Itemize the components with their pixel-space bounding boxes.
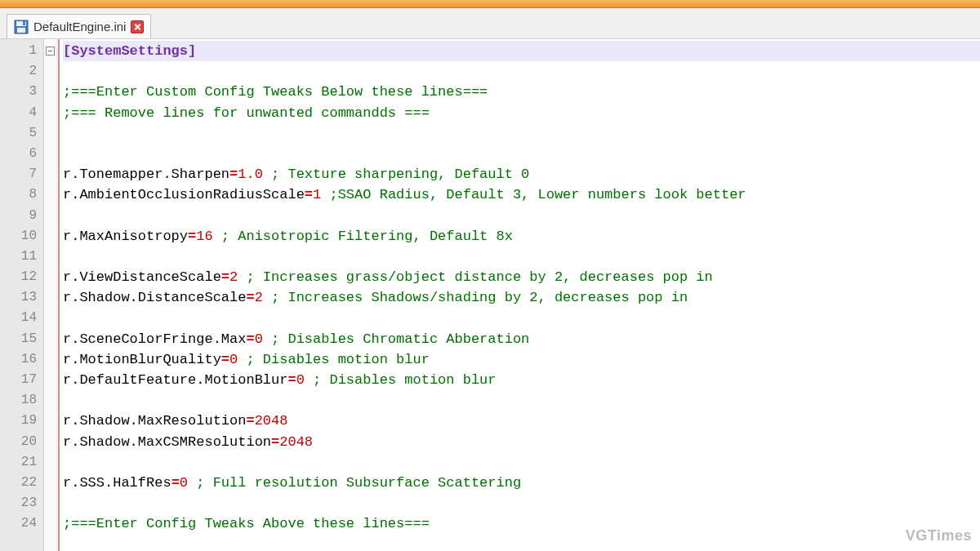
save-disk-icon <box>14 20 29 34</box>
line-number: 15 <box>0 329 43 349</box>
code-line[interactable]: r.SSS.HalfRes=0 ; Full resolution Subsur… <box>63 473 980 493</box>
close-tab-icon[interactable] <box>131 20 144 33</box>
line-number: 19 <box>0 411 43 431</box>
code-line[interactable]: r.Shadow.DistanceScale=2 ; Increases Sha… <box>63 287 980 308</box>
line-number: 22 <box>0 473 43 493</box>
fold-cell <box>44 432 56 452</box>
line-number: 7 <box>0 164 43 184</box>
file-tab[interactable]: DefaultEngine.ini <box>7 14 151 38</box>
fold-cell <box>44 206 56 226</box>
code-line[interactable] <box>63 390 980 411</box>
code-line[interactable]: ;===Enter Config Tweaks Above these line… <box>63 513 980 534</box>
fold-cell <box>44 103 56 123</box>
fold-cell <box>44 61 56 82</box>
code-line[interactable] <box>63 247 980 267</box>
file-tab-label: DefaultEngine.ini <box>33 20 126 33</box>
code-line[interactable]: r.SceneColorFringe.Max=0 ; Disables Chro… <box>63 329 980 349</box>
code-line[interactable] <box>63 493 980 513</box>
fold-cell <box>44 493 56 513</box>
code-line[interactable] <box>63 144 980 164</box>
line-number: 18 <box>0 390 43 411</box>
code-line[interactable] <box>63 206 980 226</box>
code-line[interactable] <box>63 452 980 473</box>
line-number: 13 <box>0 287 43 308</box>
code-line[interactable]: r.Tonemapper.Sharpen=1.0 ; Texture sharp… <box>63 164 980 184</box>
code-line[interactable]: r.ViewDistanceScale=2 ; Increases grass/… <box>63 267 980 287</box>
line-number: 12 <box>0 267 43 287</box>
tab-bar: DefaultEngine.ini <box>0 8 980 39</box>
fold-column <box>44 39 57 551</box>
code-line[interactable]: r.Shadow.MaxCSMResolution=2048 <box>63 432 980 452</box>
fold-toggle-icon[interactable] <box>46 47 55 56</box>
line-number: 5 <box>0 123 43 144</box>
line-number: 9 <box>0 206 43 226</box>
line-number: 11 <box>0 247 43 267</box>
code-line[interactable]: r.Shadow.MaxResolution=2048 <box>63 411 980 431</box>
svg-rect-3 <box>23 21 25 25</box>
line-number: 1 <box>0 41 43 61</box>
fold-cell <box>44 267 56 287</box>
fold-cell <box>44 452 56 473</box>
line-number: 10 <box>0 226 43 247</box>
fold-cell <box>44 144 56 164</box>
fold-cell <box>44 82 56 102</box>
fold-cell <box>44 184 56 205</box>
fold-cell <box>44 123 56 144</box>
fold-cell <box>44 473 56 493</box>
line-number: 16 <box>0 349 43 370</box>
window-titlebar-strip <box>0 0 980 8</box>
line-number: 20 <box>0 432 43 452</box>
fold-cell <box>44 41 56 61</box>
code-line[interactable]: r.DefaultFeature.MotionBlur=0 ; Disables… <box>63 370 980 390</box>
code-line[interactable]: r.AmbientOcclusionRadiusScale=1 ;SSAO Ra… <box>63 184 980 205</box>
fold-cell <box>44 513 56 534</box>
line-number-gutter: 123456789101112131415161718192021222324 <box>0 39 44 551</box>
code-line[interactable] <box>63 123 980 144</box>
fold-cell <box>44 247 56 267</box>
fold-cell <box>44 226 56 247</box>
code-line[interactable]: r.MaxAnisotropy=16 ; Anisotropic Filteri… <box>63 226 980 247</box>
watermark: VGTimes <box>906 527 972 544</box>
fold-cell <box>44 308 56 328</box>
svg-rect-2 <box>17 28 25 33</box>
line-number: 21 <box>0 452 43 473</box>
fold-cell <box>44 349 56 370</box>
code-line[interactable]: [SystemSettings] <box>63 41 980 61</box>
line-number: 2 <box>0 61 43 82</box>
fold-cell <box>44 164 56 184</box>
code-line[interactable] <box>63 308 980 328</box>
fold-cell <box>44 329 56 349</box>
code-line[interactable] <box>63 61 980 82</box>
code-area[interactable]: [SystemSettings] ;===Enter Custom Config… <box>60 39 980 551</box>
line-number: 8 <box>0 184 43 205</box>
fold-cell <box>44 411 56 431</box>
code-line[interactable]: r.MotionBlurQuality=0 ; Disables motion … <box>63 349 980 370</box>
line-number: 14 <box>0 308 43 328</box>
line-number: 6 <box>0 144 43 164</box>
line-number: 17 <box>0 370 43 390</box>
code-line[interactable]: ;=== Remove lines for unwanted commandds… <box>63 103 980 123</box>
line-number: 24 <box>0 513 43 534</box>
fold-cell <box>44 370 56 390</box>
line-number: 23 <box>0 493 43 513</box>
line-number: 3 <box>0 82 43 102</box>
line-number: 4 <box>0 103 43 123</box>
code-editor[interactable]: 123456789101112131415161718192021222324 … <box>0 39 980 551</box>
fold-cell <box>44 287 56 308</box>
code-line[interactable]: ;===Enter Custom Config Tweaks Below the… <box>63 82 980 102</box>
fold-cell <box>44 390 56 411</box>
